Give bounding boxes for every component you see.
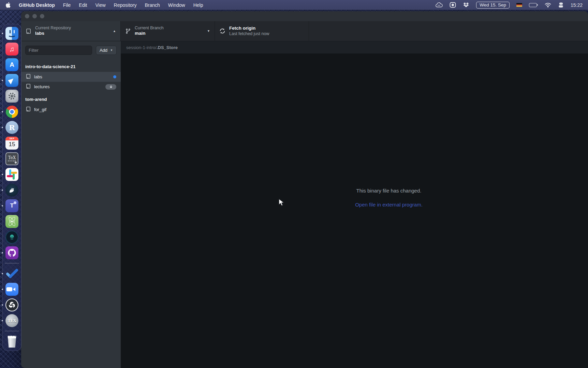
dock-ms-todo[interactable] — [5, 267, 18, 280]
dock-gitkraken[interactable] — [5, 231, 18, 244]
dock-chrome[interactable] — [5, 105, 18, 118]
calendar-icon: SEP 15 — [5, 137, 18, 150]
dock-apple-music[interactable]: ♫ — [5, 43, 18, 56]
menu-branch[interactable]: Branch — [145, 2, 160, 8]
running-indicator — [2, 111, 3, 112]
dock-goat-app[interactable] — [5, 184, 18, 197]
running-indicator — [2, 174, 3, 175]
running-indicator — [2, 304, 3, 306]
apple-logo-icon[interactable] — [5, 2, 11, 8]
repo-group-header: intro-to-data-science-21 — [21, 59, 121, 72]
dock-mail-paperplane[interactable] — [5, 74, 18, 87]
chevron-down-icon: ▼ — [110, 49, 113, 52]
battery-icon[interactable] — [529, 3, 538, 7]
status-pills-icon[interactable] — [558, 2, 564, 8]
breadcrumb: session-1-intro/.DS_Store — [121, 41, 588, 53]
menu-window[interactable]: Window — [168, 2, 185, 8]
running-indicator — [2, 33, 3, 34]
toolbar-spacer — [309, 21, 588, 41]
menu-edit[interactable]: Edit — [79, 2, 87, 8]
current-repository-label: Current Repository — [35, 26, 71, 31]
dropbox-icon[interactable] — [463, 2, 469, 8]
repo-book-icon — [26, 83, 31, 90]
screen-recording-icon[interactable] — [450, 2, 456, 8]
current-branch-dropdown[interactable]: Current Branch main ▼ — [121, 21, 215, 41]
add-repository-button[interactable]: Add▼ — [96, 46, 117, 55]
wifi-icon[interactable] — [545, 3, 551, 7]
dock-finder[interactable] — [5, 27, 18, 40]
paper-plane-icon — [5, 74, 18, 87]
obs-swirl-icon — [5, 298, 18, 311]
menu-repository[interactable]: Repository — [114, 2, 137, 8]
mouse-cursor — [278, 199, 286, 208]
open-external-link[interactable]: Open file in external program. — [355, 202, 423, 208]
running-indicator — [2, 127, 3, 128]
app-store-icon: A — [5, 58, 18, 71]
dock-slack[interactable] — [5, 168, 18, 181]
menu-date[interactable]: Wed 15. Sep — [476, 2, 510, 9]
repo-row-for-gif[interactable]: for_gif — [21, 105, 121, 114]
current-repository-dropdown[interactable]: Current Repository labs ▲ — [21, 21, 121, 41]
dock-r-project[interactable]: R — [5, 121, 18, 134]
running-indicator — [2, 320, 3, 321]
github-desktop-window: Current Repository labs ▲ Current Branch… — [21, 11, 588, 368]
minimize-window-button[interactable] — [32, 14, 37, 18]
menu-app-name[interactable]: GitHub Desktop — [19, 2, 55, 8]
dock-zoom[interactable] — [5, 283, 18, 296]
cloud-icon[interactable] — [435, 2, 443, 8]
window-titlebar[interactable] — [21, 11, 588, 21]
repository-list-panel: Add▼ intro-to-data-science-21 labs lectu… — [21, 41, 121, 368]
breadcrumb-path: session-1-intro/ — [126, 45, 157, 50]
checkmark-icon — [5, 267, 18, 280]
menu-clock[interactable]: 15:22 — [571, 2, 583, 8]
dock-obs[interactable] — [5, 298, 18, 311]
breadcrumb-file: .DS_Store — [157, 45, 178, 50]
fetch-origin-button[interactable]: Fetch origin Last fetched just now — [215, 21, 309, 41]
menu-file[interactable]: File — [63, 2, 71, 8]
sync-icon — [219, 28, 225, 34]
repo-row-lectures[interactable]: lectures — [21, 82, 121, 92]
teams-icon: T — [5, 199, 18, 212]
current-repository-value: labs — [35, 31, 71, 36]
menu-help[interactable]: Help — [193, 2, 203, 8]
running-indicator — [2, 189, 3, 191]
close-window-button[interactable] — [25, 14, 29, 18]
video-camera-icon — [5, 283, 18, 296]
menu-view[interactable]: View — [95, 2, 105, 8]
dock-divider — [5, 331, 19, 331]
chrome-icon — [6, 106, 18, 118]
macos-menu-bar: GitHub Desktop File Edit View Repository… — [0, 0, 588, 10]
dock-ms-teams[interactable]: T — [5, 199, 18, 212]
dock-app-store[interactable]: A — [5, 58, 18, 71]
apple-music-icon: ♫ — [5, 43, 18, 56]
goat-head-icon — [5, 184, 18, 197]
finder-icon — [5, 27, 18, 40]
dock-trash[interactable] — [5, 335, 18, 348]
repo-book-icon — [26, 28, 31, 34]
dock-atom[interactable] — [5, 215, 18, 228]
dock-github-desktop[interactable] — [5, 246, 18, 259]
texmaker-icon: TeX MAKER — [5, 152, 18, 165]
dock-calendar[interactable]: SEP 15 — [5, 137, 18, 150]
clone-download-badge — [105, 84, 116, 90]
filter-input[interactable] — [25, 46, 92, 55]
dock-texmaker[interactable]: TeX MAKER — [5, 152, 18, 165]
running-indicator — [2, 205, 3, 206]
fetch-origin-subtitle: Last fetched just now — [229, 31, 269, 37]
dock-system-preferences[interactable] — [5, 90, 18, 103]
dock-divider — [5, 263, 19, 263]
git-branch-icon — [125, 28, 131, 34]
kraken-squid-icon — [5, 231, 18, 244]
unpushed-changes-dot — [113, 75, 116, 78]
current-branch-label: Current Branch — [135, 26, 164, 31]
atom-icon — [5, 215, 18, 228]
chevron-down-icon: ▼ — [207, 29, 210, 33]
maximize-window-button[interactable] — [40, 14, 44, 18]
running-indicator — [2, 273, 3, 274]
dock-texshop[interactable]: TEX — [5, 314, 18, 327]
chevron-up-icon: ▲ — [113, 29, 116, 33]
fetch-origin-title: Fetch origin — [229, 26, 269, 31]
keyboard-layout-flag-icon[interactable] — [516, 3, 522, 7]
repo-row-labs[interactable]: labs — [21, 72, 121, 82]
r-project-icon: R — [5, 121, 18, 134]
